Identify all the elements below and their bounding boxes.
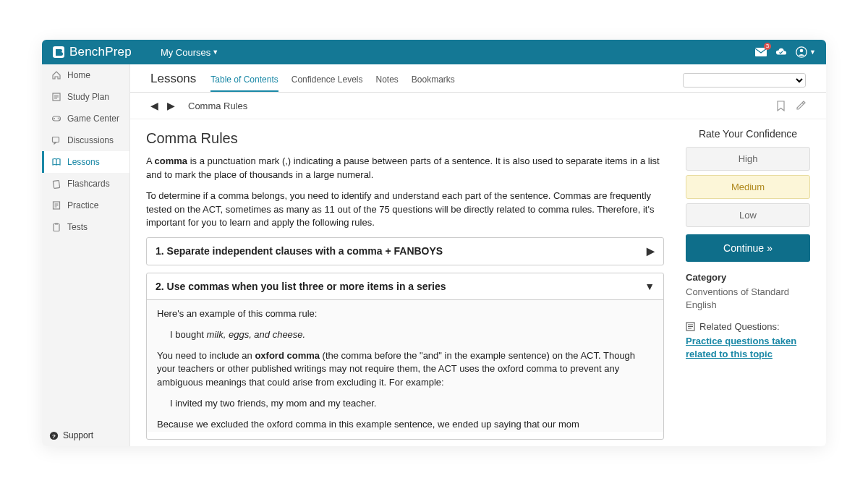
sidebar-item-label: Practice <box>67 200 98 210</box>
prev-lesson-button[interactable]: ◀ <box>150 100 158 111</box>
help-icon: ? <box>49 431 59 440</box>
tabs: Table of Contents Confidence Levels Note… <box>210 74 455 92</box>
accordion-title: 2. Use commas when you list three or mor… <box>156 279 446 294</box>
accordion-header[interactable]: 2. Use commas when you list three or mor… <box>147 273 663 299</box>
lesson-paragraph: You need to include an oxford comma (the… <box>157 349 653 391</box>
svg-point-3 <box>800 49 804 53</box>
chevron-down-icon: ▼ <box>809 48 816 56</box>
sidebar-item-discussions[interactable]: Discussions <box>42 129 129 151</box>
collapse-icon: ▼ <box>644 279 655 294</box>
tab-confidence[interactable]: Confidence Levels <box>292 74 363 92</box>
bookmark-icon[interactable] <box>776 101 786 111</box>
sidebar-item-label: Game Center <box>67 114 119 124</box>
sidebar-item-practice[interactable]: Practice <box>42 195 129 216</box>
confidence-high-button[interactable]: High <box>686 147 810 171</box>
tab-toc[interactable]: Table of Contents <box>210 74 278 92</box>
mail-icon[interactable]: 3 <box>755 46 767 58</box>
sidebar-support[interactable]: ? Support <box>42 425 129 446</box>
brand[interactable]: BenchPrep <box>52 45 132 59</box>
sidebar-item-label: Lessons <box>67 157 100 167</box>
app-window: BenchPrep My Courses ▼ 3 ▼ Home <box>42 40 826 446</box>
lesson-example: I bought milk, eggs, and cheese. <box>170 328 653 342</box>
related-questions-heading: Related Questions: <box>686 321 810 332</box>
chevron-down-icon: ▼ <box>212 48 218 56</box>
svg-text:?: ? <box>52 432 56 439</box>
tests-icon <box>51 222 61 232</box>
user-menu[interactable]: ▼ <box>796 46 816 58</box>
accordion-item-2: 2. Use commas when you list three or mor… <box>146 273 664 440</box>
expand-icon: ▶ <box>647 244 655 258</box>
confidence-medium-button[interactable]: Medium <box>686 175 810 199</box>
accordion-header[interactable]: 1. Separate independent clauses with a c… <box>147 238 663 264</box>
next-lesson-button[interactable]: ▶ <box>167 100 175 111</box>
lesson-paragraph: Here's an example of this comma rule: <box>157 307 653 321</box>
study-plan-icon <box>51 92 61 102</box>
brand-name: BenchPrep <box>69 45 132 59</box>
lesson-paragraph: A comma is a punctuation mark (,) indica… <box>146 155 664 182</box>
edit-icon[interactable] <box>796 101 806 111</box>
accordion-body: Here's an example of this comma rule: I … <box>147 299 663 432</box>
topbar-actions: 3 ▼ <box>755 46 816 58</box>
chevron-right-icon: » <box>767 242 773 254</box>
topbar: BenchPrep My Courses ▼ 3 ▼ <box>42 40 826 64</box>
breadcrumb-bar: ◀ ▶ Comma Rules <box>130 93 826 119</box>
game-icon <box>51 114 61 124</box>
lesson-example: I invited my two friends, my mom and my … <box>170 397 653 411</box>
discussions-icon <box>51 135 61 145</box>
sidebar-item-label: Home <box>67 70 90 80</box>
page-title: Lessons <box>150 72 196 92</box>
my-courses-label: My Courses <box>161 47 210 58</box>
accordion-title: 1. Separate independent clauses with a c… <box>156 244 443 258</box>
sidebar-item-study-plan[interactable]: Study Plan <box>42 86 129 108</box>
cloud-icon[interactable] <box>775 46 787 58</box>
sidebar-item-label: Study Plan <box>67 92 109 102</box>
category-title: Category <box>686 272 810 283</box>
lesson-paragraph: To determine if a comma belongs, you nee… <box>146 189 664 231</box>
svg-rect-11 <box>54 224 59 231</box>
lesson-body: Comma Rules A comma is a punctuation mar… <box>146 128 686 446</box>
sidebar: Home Study Plan Game Center Discussions … <box>42 64 130 446</box>
page-header: Lessons Table of Contents Confidence Lev… <box>130 64 826 93</box>
support-label: Support <box>63 430 93 440</box>
main-content: Lessons Table of Contents Confidence Lev… <box>130 64 826 446</box>
sidebar-item-label: Discussions <box>67 135 114 145</box>
brand-icon <box>52 46 65 59</box>
sidebar-item-label: Tests <box>67 222 88 232</box>
accordion-item-1: 1. Separate independent clauses with a c… <box>146 237 664 265</box>
tab-notes[interactable]: Notes <box>375 74 398 92</box>
sidebar-item-lessons[interactable]: Lessons <box>42 151 129 173</box>
lessons-icon <box>51 157 61 167</box>
lesson-paragraph: Because we excluded the oxford comma in … <box>157 418 653 432</box>
category-value: Conventions of Standard English <box>686 286 810 311</box>
svg-point-6 <box>58 118 59 119</box>
related-questions-link[interactable]: Practice questions taken related to this… <box>686 335 810 361</box>
sidebar-item-tests[interactable]: Tests <box>42 216 129 238</box>
flashcards-icon <box>51 179 61 189</box>
continue-button[interactable]: Continue » <box>686 234 810 262</box>
practice-icon <box>51 200 61 210</box>
lesson-heading: Comma Rules <box>146 128 664 149</box>
list-icon <box>686 322 695 331</box>
right-rail: Rate Your Confidence High Medium Low Con… <box>686 128 810 446</box>
breadcrumb-title: Comma Rules <box>188 101 247 111</box>
svg-rect-9 <box>53 180 59 188</box>
tab-bookmarks[interactable]: Bookmarks <box>412 74 455 92</box>
notification-badge: 3 <box>764 43 771 50</box>
home-icon <box>51 70 61 80</box>
svg-rect-12 <box>55 223 58 225</box>
lesson-select[interactable] <box>683 73 806 88</box>
confidence-title: Rate Your Confidence <box>686 128 810 140</box>
svg-point-7 <box>59 119 60 120</box>
sidebar-item-home[interactable]: Home <box>42 64 129 86</box>
sidebar-item-flashcards[interactable]: Flashcards <box>42 173 129 195</box>
sidebar-item-label: Flashcards <box>67 179 110 189</box>
svg-rect-8 <box>53 137 59 142</box>
confidence-low-button[interactable]: Low <box>686 203 810 227</box>
sidebar-item-game-center[interactable]: Game Center <box>42 108 129 129</box>
my-courses-dropdown[interactable]: My Courses ▼ <box>161 47 218 58</box>
